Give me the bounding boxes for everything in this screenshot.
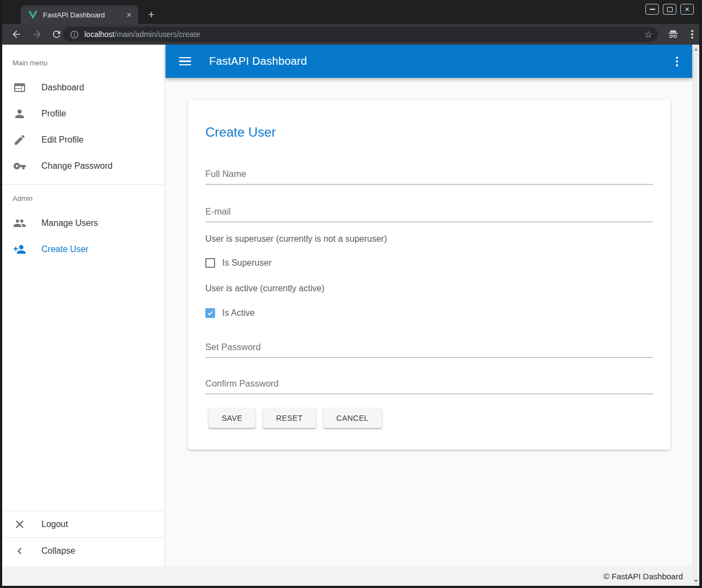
people-icon [13,217,26,230]
scrollbar-up-arrow-icon[interactable] [694,48,698,51]
browser-toolbar: localhost/main/admin/users/create ☆ [2,24,699,45]
chevron-left-icon [13,544,26,558]
check-icon [206,309,214,317]
tab-title: FastAPI Dashboard [43,11,124,19]
sidebar-item-label: Dashboard [41,83,84,93]
browser-tab[interactable]: FastAPI Dashboard ✕ [21,5,138,24]
scrollbar-down-arrow-icon[interactable] [694,580,698,583]
sidebar-item-label: Profile [41,109,66,119]
tab-close-icon[interactable]: ✕ [124,10,134,20]
is-superuser-checkbox-row[interactable]: Is Superuser [205,257,653,269]
page-scrollbar[interactable] [692,45,699,586]
sidebar-item-label: Logout [41,519,68,529]
sidebar-item-label: Edit Profile [41,135,83,145]
pencil-icon [13,133,26,146]
person-icon [13,107,26,120]
footer-copyright: © FastAPI Dashboard [603,572,683,581]
cancel-button[interactable]: CANCEL [323,408,382,428]
is-active-checkbox[interactable] [205,308,215,318]
incognito-icon [667,28,679,40]
footer: © FastAPI Dashboard [2,566,692,586]
sidebar-item-label: Change Password [41,161,113,171]
full-name-field[interactable] [205,169,653,185]
address-bar[interactable]: localhost/main/admin/users/create ☆ [63,27,658,42]
sidebar-item-profile[interactable]: Profile [2,101,164,127]
sidebar-item-dashboard[interactable]: Dashboard [2,75,164,101]
url-host: localhost [84,30,114,39]
forward-button[interactable] [32,29,42,40]
hamburger-menu-icon[interactable] [179,57,191,66]
minimize-icon [650,9,655,10]
dashboard-icon [13,81,26,94]
save-button[interactable]: SAVE [209,408,255,428]
confirm-password-field[interactable] [205,378,653,394]
sidebar-section-admin: Admin [2,185,164,210]
page-viewport: Main menu Dashboard Profile Edit Profile… [2,45,699,586]
sidebar-item-change-password[interactable]: Change Password [2,153,164,179]
sidebar-item-label: Manage Users [41,218,98,228]
sidebar-item-label: Collapse [41,546,75,556]
active-hint: User is active (currently active) [205,284,653,293]
bookmark-star-icon[interactable]: ☆ [644,30,652,39]
reset-button[interactable]: RESET [263,408,316,428]
sidebar-item-logout[interactable]: Logout [2,511,164,537]
superuser-hint: User is superuser (currently is not a su… [205,234,653,244]
person-add-icon [13,243,26,256]
close-icon [13,518,26,531]
browser-menu-button[interactable] [687,29,697,39]
maximize-icon [667,7,673,12]
is-active-checkbox-row[interactable]: Is Active [205,307,653,319]
key-icon [13,160,26,173]
window-close-button[interactable]: ✕ [680,4,694,15]
page-info-icon[interactable] [70,30,79,39]
is-active-label: Is Active [222,308,255,318]
sidebar-item-label: Create User [41,244,88,254]
app-header: FastAPI Dashboard [166,45,692,78]
page-title: Create User [205,124,653,140]
new-tab-button[interactable]: + [144,7,159,22]
create-user-card: Create User User is superuser (currently… [188,100,670,450]
window-controls: ✕ [645,4,694,15]
sidebar-item-create-user[interactable]: Create User [2,236,164,262]
sidebar-item-collapse[interactable]: Collapse [2,538,164,564]
reload-button[interactable] [51,29,62,40]
browser-titlebar: FastAPI Dashboard ✕ + ✕ [2,0,699,24]
back-button[interactable] [11,29,22,40]
is-superuser-checkbox[interactable] [205,258,215,268]
sidebar-bottom: Logout Collapse [2,511,164,566]
is-superuser-label: Is Superuser [222,258,272,268]
sidebar-section-main: Main menu [2,45,164,75]
url-path: /main/admin/users/create [114,30,200,39]
window-minimize-button[interactable] [645,4,659,15]
main-area: FastAPI Dashboard Create User User is su… [166,45,692,566]
email-field[interactable] [205,206,653,222]
sidebar: Main menu Dashboard Profile Edit Profile… [2,45,165,566]
header-more-menu-button[interactable] [676,57,678,66]
window-maximize-button[interactable] [663,4,676,15]
form-actions: SAVE RESET CANCEL [209,408,653,428]
app-title: FastAPI Dashboard [209,55,307,68]
set-password-field[interactable] [205,342,653,358]
sidebar-item-manage-users[interactable]: Manage Users [2,210,164,236]
sidebar-item-edit-profile[interactable]: Edit Profile [2,127,164,153]
vue-logo-icon [28,11,38,19]
